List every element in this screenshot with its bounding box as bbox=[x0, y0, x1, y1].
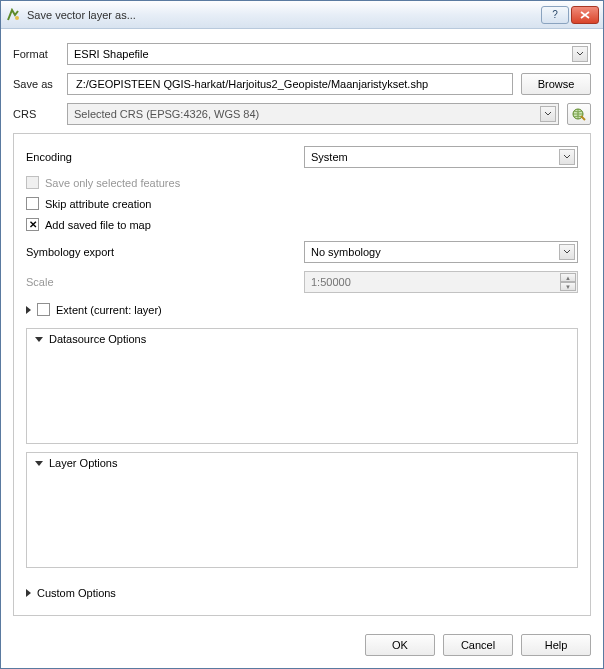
dialog-body: Format ESRI Shapefile Save as Browse CRS… bbox=[1, 29, 603, 626]
save-selected-check: Save only selected features bbox=[26, 176, 578, 189]
symbology-label: Symbology export bbox=[26, 246, 304, 258]
help-button[interactable]: Help bbox=[521, 634, 591, 656]
close-window-button[interactable] bbox=[571, 6, 599, 24]
layer-section: Layer Options bbox=[26, 452, 578, 568]
symbology-combo[interactable]: No symbology bbox=[304, 241, 578, 263]
encoding-row: Encoding System bbox=[26, 146, 578, 168]
chevron-down-icon bbox=[35, 337, 43, 342]
scale-spinner: 1:50000 ▲ ▼ bbox=[304, 271, 578, 293]
symbology-row: Symbology export No symbology bbox=[26, 241, 578, 263]
scale-label: Scale bbox=[26, 276, 304, 288]
extent-checkbox[interactable] bbox=[37, 303, 50, 316]
saveas-row: Save as Browse bbox=[13, 73, 591, 95]
extent-label: Extent (current: layer) bbox=[56, 304, 162, 316]
crs-label: CRS bbox=[13, 108, 59, 120]
layer-header[interactable]: Layer Options bbox=[27, 453, 577, 473]
titlebar: Save vector layer as... ? bbox=[1, 1, 603, 29]
browse-button[interactable]: Browse bbox=[521, 73, 591, 95]
extent-disclose[interactable]: Extent (current: layer) bbox=[26, 303, 578, 316]
datasource-section: Datasource Options bbox=[26, 328, 578, 444]
format-row: Format ESRI Shapefile bbox=[13, 43, 591, 65]
skip-attr-checkbox[interactable] bbox=[26, 197, 39, 210]
spinner-down[interactable]: ▼ bbox=[560, 282, 576, 291]
window-title: Save vector layer as... bbox=[27, 9, 541, 21]
scale-row: Scale 1:50000 ▲ ▼ bbox=[26, 271, 578, 293]
scale-value: 1:50000 bbox=[311, 276, 351, 288]
chevron-down-icon bbox=[35, 461, 43, 466]
add-to-map-check[interactable]: Add saved file to map bbox=[26, 218, 578, 231]
skip-attr-label: Skip attribute creation bbox=[45, 198, 151, 210]
dialog-footer: OK Cancel Help bbox=[1, 626, 603, 668]
format-combo[interactable]: ESRI Shapefile bbox=[67, 43, 591, 65]
chevron-down-icon bbox=[559, 244, 575, 260]
encoding-label: Encoding bbox=[26, 151, 304, 163]
help-window-button[interactable]: ? bbox=[541, 6, 569, 24]
layer-body bbox=[27, 473, 577, 567]
chevron-down-icon bbox=[559, 149, 575, 165]
datasource-title: Datasource Options bbox=[49, 333, 146, 345]
saveas-input[interactable] bbox=[74, 77, 506, 91]
ok-button[interactable]: OK bbox=[365, 634, 435, 656]
datasource-header[interactable]: Datasource Options bbox=[27, 329, 577, 349]
crs-value: Selected CRS (EPSG:4326, WGS 84) bbox=[74, 108, 259, 120]
cancel-button[interactable]: Cancel bbox=[443, 634, 513, 656]
app-icon bbox=[5, 7, 21, 23]
add-to-map-checkbox[interactable] bbox=[26, 218, 39, 231]
chevron-down-icon bbox=[572, 46, 588, 62]
encoding-value: System bbox=[311, 151, 348, 163]
dialog-window: Save vector layer as... ? Format ESRI Sh… bbox=[0, 0, 604, 669]
chevron-down-icon bbox=[540, 106, 556, 122]
custom-disclose[interactable]: Custom Options bbox=[26, 583, 578, 603]
crs-combo[interactable]: Selected CRS (EPSG:4326, WGS 84) bbox=[67, 103, 559, 125]
spinner-arrows: ▲ ▼ bbox=[560, 273, 576, 291]
globe-icon bbox=[571, 107, 587, 121]
svg-point-0 bbox=[15, 16, 19, 20]
add-to-map-label: Add saved file to map bbox=[45, 219, 151, 231]
symbology-value: No symbology bbox=[311, 246, 381, 258]
crs-select-button[interactable] bbox=[567, 103, 591, 125]
save-selected-checkbox bbox=[26, 176, 39, 189]
skip-attr-check[interactable]: Skip attribute creation bbox=[26, 197, 578, 210]
encoding-combo[interactable]: System bbox=[304, 146, 578, 168]
saveas-input-wrap bbox=[67, 73, 513, 95]
options-group: Encoding System Save only selected featu… bbox=[13, 133, 591, 616]
crs-row: CRS Selected CRS (EPSG:4326, WGS 84) bbox=[13, 103, 591, 125]
spinner-up[interactable]: ▲ bbox=[560, 273, 576, 282]
format-value: ESRI Shapefile bbox=[74, 48, 149, 60]
chevron-right-icon bbox=[26, 306, 31, 314]
custom-title: Custom Options bbox=[37, 587, 116, 599]
window-controls: ? bbox=[541, 6, 599, 24]
datasource-body bbox=[27, 349, 577, 443]
save-selected-label: Save only selected features bbox=[45, 177, 180, 189]
format-label: Format bbox=[13, 48, 59, 60]
saveas-label: Save as bbox=[13, 78, 59, 90]
layer-title: Layer Options bbox=[49, 457, 117, 469]
chevron-right-icon bbox=[26, 589, 31, 597]
